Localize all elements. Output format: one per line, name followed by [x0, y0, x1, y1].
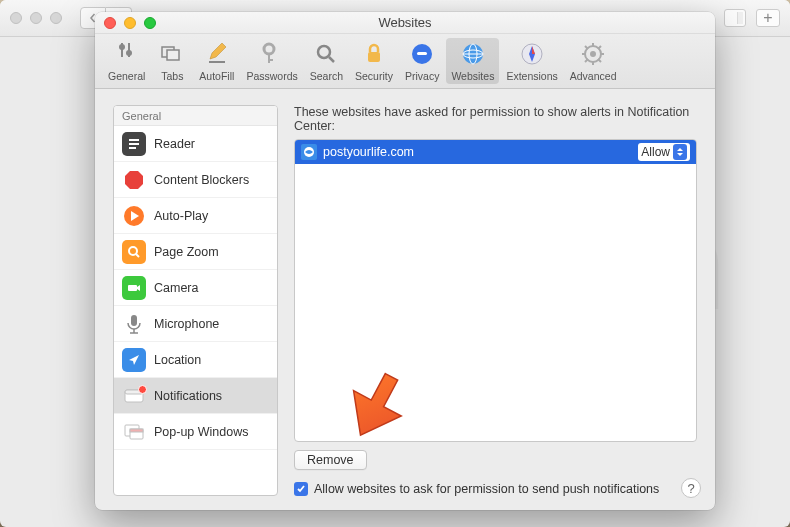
sidebar-item-page-zoom[interactable]: Page Zoom: [114, 234, 277, 270]
location-icon: [122, 348, 146, 372]
svg-line-37: [136, 254, 139, 257]
tabs-icon: [158, 40, 186, 68]
sidebar-item-label: Page Zoom: [154, 245, 219, 259]
svg-line-29: [585, 59, 588, 62]
tab-label: Websites: [451, 70, 494, 82]
sidebar-item-label: Microphone: [154, 317, 219, 331]
stop-icon: [122, 168, 146, 192]
permission-value: Allow: [641, 145, 670, 159]
tab-general[interactable]: General: [103, 38, 150, 84]
site-favicon-icon: [301, 144, 317, 160]
svg-rect-40: [131, 315, 137, 326]
checkbox-label: Allow websites to ask for permission to …: [314, 482, 659, 496]
content-area: General Reader Content Blockers Auto-Pla…: [95, 89, 715, 510]
reader-icon: [122, 132, 146, 156]
tab-label: General: [108, 70, 145, 82]
sidebar-item-label: Camera: [154, 281, 198, 295]
sidebar-item-label: Reader: [154, 137, 195, 151]
tab-passwords[interactable]: Passwords: [241, 38, 302, 84]
sidebar-toggle-icon[interactable]: [724, 9, 746, 27]
svg-marker-39: [137, 285, 140, 291]
sidebar-item-content-blockers[interactable]: Content Blockers: [114, 162, 277, 198]
outer-minimize-icon: [30, 12, 42, 24]
tab-label: Tabs: [161, 70, 183, 82]
svg-point-36: [129, 247, 137, 255]
checkbox-checked-icon[interactable]: [294, 482, 308, 496]
svg-rect-9: [268, 59, 273, 61]
sidebar-item-label: Auto-Play: [154, 209, 208, 223]
tab-privacy[interactable]: Privacy: [400, 38, 444, 84]
play-icon: [122, 204, 146, 228]
minimize-icon[interactable]: [124, 17, 136, 29]
svg-rect-14: [417, 52, 427, 55]
tab-extensions[interactable]: Extensions: [501, 38, 562, 84]
svg-rect-38: [128, 285, 137, 291]
zoom-icon: [122, 240, 146, 264]
close-icon[interactable]: [104, 17, 116, 29]
svg-rect-5: [167, 50, 179, 60]
sidebar-header: General: [114, 106, 277, 126]
sidebar-item-location[interactable]: Location: [114, 342, 277, 378]
preferences-toolbar: General Tabs AutoFill Passwords Search: [95, 34, 715, 89]
tab-advanced[interactable]: Advanced: [565, 38, 622, 84]
zoom-icon[interactable]: [144, 17, 156, 29]
compass-icon: [518, 40, 546, 68]
website-list[interactable]: postyourlife.com Allow: [294, 139, 697, 442]
inner-titlebar[interactable]: Websites: [95, 12, 715, 34]
sidebar-item-autoplay[interactable]: Auto-Play: [114, 198, 277, 234]
website-row[interactable]: postyourlife.com Allow: [295, 140, 696, 164]
svg-point-10: [318, 46, 330, 58]
allow-ask-checkbox-row[interactable]: Allow websites to ask for permission to …: [294, 482, 697, 496]
sidebar-item-label: Location: [154, 353, 201, 367]
pencil-icon: [203, 40, 231, 68]
popup-icon: [122, 420, 146, 444]
sidebar-item-label: Pop-up Windows: [154, 425, 249, 439]
tab-tabs[interactable]: Tabs: [152, 38, 192, 84]
gear-switch-icon: [113, 40, 141, 68]
tab-websites[interactable]: Websites: [446, 38, 499, 84]
main-header: These websites have asked for permission…: [294, 105, 697, 133]
svg-point-1: [119, 44, 125, 50]
outer-zoom-icon: [50, 12, 62, 24]
key-icon: [258, 40, 286, 68]
remove-button[interactable]: Remove: [294, 450, 367, 470]
svg-line-27: [598, 59, 601, 62]
svg-marker-51: [677, 153, 683, 156]
svg-rect-30: [129, 139, 139, 141]
sidebar-item-reader[interactable]: Reader: [114, 126, 277, 162]
svg-rect-32: [129, 147, 136, 149]
svg-rect-6: [209, 61, 225, 63]
main-panel: These websites have asked for permission…: [294, 105, 697, 496]
svg-line-11: [329, 57, 334, 62]
tab-autofill[interactable]: AutoFill: [194, 38, 239, 84]
new-tab-icon[interactable]: +: [756, 9, 780, 27]
permission-select[interactable]: Allow: [638, 143, 690, 161]
svg-marker-50: [677, 148, 683, 151]
svg-rect-48: [130, 429, 143, 432]
sidebar-item-notifications[interactable]: Notifications: [114, 378, 277, 414]
tab-label: Security: [355, 70, 393, 82]
svg-marker-33: [125, 171, 143, 189]
tab-search[interactable]: Search: [305, 38, 348, 84]
window-title: Websites: [378, 15, 431, 30]
lock-icon: [360, 40, 388, 68]
sidebar-item-popup-windows[interactable]: Pop-up Windows: [114, 414, 277, 450]
inner-traffic-lights: [104, 17, 156, 29]
help-button[interactable]: ?: [681, 478, 701, 498]
outer-traffic-lights: [10, 12, 62, 24]
globe-icon: [459, 40, 487, 68]
sidebar-item-microphone[interactable]: Microphone: [114, 306, 277, 342]
gear-icon: [579, 40, 607, 68]
select-arrows-icon: [673, 144, 687, 160]
tab-label: AutoFill: [199, 70, 234, 82]
tab-security[interactable]: Security: [350, 38, 398, 84]
svg-point-21: [590, 51, 596, 57]
svg-line-28: [598, 46, 601, 49]
svg-rect-8: [268, 53, 270, 63]
privacy-icon: [408, 40, 436, 68]
sidebar-item-label: Notifications: [154, 389, 222, 403]
preferences-window: Websites General Tabs AutoFill Passwords: [95, 12, 715, 510]
sidebar-item-camera[interactable]: Camera: [114, 270, 277, 306]
website-name: postyourlife.com: [323, 145, 632, 159]
tab-label: Extensions: [506, 70, 557, 82]
